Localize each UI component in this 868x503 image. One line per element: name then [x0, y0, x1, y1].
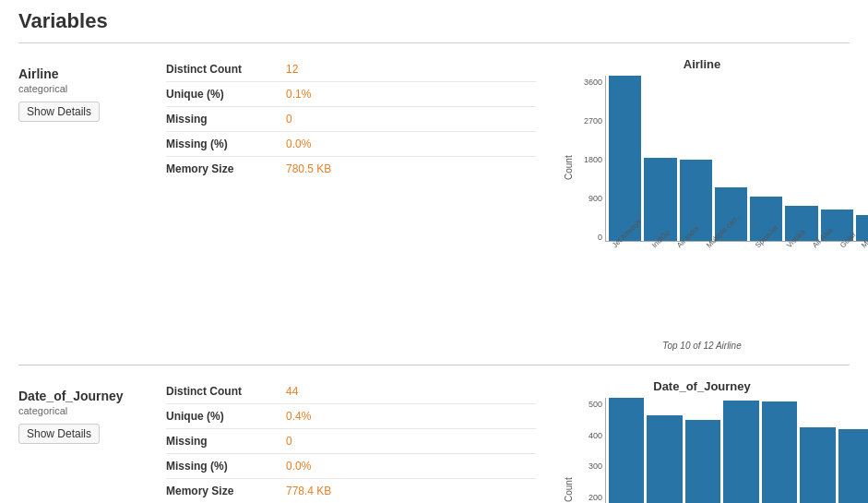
bar-column — [644, 76, 676, 241]
stat-row: Missing0 — [166, 429, 536, 454]
bar — [647, 415, 682, 503]
y-axis: 3600270018009000 — [576, 76, 605, 242]
y-axis-label: 3600 — [576, 78, 602, 87]
y-axis-label: 500 — [576, 400, 602, 409]
y-axis-label: 2700 — [576, 116, 602, 126]
stat-value: 0 — [286, 435, 292, 448]
bar — [723, 401, 758, 503]
stat-row: Missing0 — [166, 107, 536, 132]
stat-row: Distinct Count44 — [166, 379, 536, 404]
stat-row: Unique (%)0.4% — [166, 404, 536, 429]
x-labels-row: Jet AirwaysIndiGoAir IndiaMultiple carr.… — [576, 244, 868, 290]
y-axis-label: 200 — [576, 493, 602, 502]
stat-label: Distinct Count — [166, 385, 286, 398]
bar-column — [838, 398, 868, 503]
y-axis-label: 1800 — [576, 155, 602, 164]
stat-value: 12 — [286, 63, 298, 76]
stat-row: Missing (%)0.0% — [166, 132, 536, 157]
bar-column — [680, 76, 712, 241]
left-panel-airline: AirlinecategoricalShow Details — [18, 57, 148, 351]
y-axis-label: 300 — [576, 461, 602, 471]
stat-label: Distinct Count — [166, 63, 286, 76]
show-details-button-date-of-journey[interactable]: Show Details — [18, 424, 100, 444]
stat-row: Memory Size778.4 KB — [166, 479, 536, 503]
stat-value: 0 — [286, 113, 292, 126]
section-airline: AirlinecategoricalShow DetailsDistinct C… — [18, 42, 850, 365]
chart-title: Airline — [564, 57, 840, 71]
stat-label: Unique (%) — [166, 410, 286, 423]
bar-column — [723, 398, 758, 503]
y-axis: 5004003002001000 — [576, 398, 605, 503]
chart-title: Date_of_Journey — [564, 379, 840, 393]
stats-panel-airline: Distinct Count12Unique (%)0.1%Missing0Mi… — [148, 57, 554, 351]
bar-column — [821, 76, 853, 241]
stat-label: Missing (%) — [166, 460, 286, 473]
stats-panel-date-of-journey: Distinct Count44Unique (%)0.4%Missing0Mi… — [148, 379, 554, 503]
bar-column — [609, 398, 644, 503]
stat-row: Missing (%)0.0% — [166, 454, 536, 479]
stat-value: 0.0% — [286, 138, 311, 150]
y-axis-label: 900 — [576, 194, 602, 203]
stat-label: Memory Size — [166, 162, 286, 175]
bar-column — [856, 76, 868, 241]
bar — [685, 420, 720, 503]
bar-column — [647, 398, 682, 503]
var-name-date-of-journey: Date_of_Journey — [18, 389, 148, 403]
stat-label: Memory Size — [166, 485, 286, 497]
show-details-button-airline[interactable]: Show Details — [18, 102, 100, 122]
stat-row: Distinct Count12 — [166, 57, 536, 82]
var-type-date-of-journey: categorical — [18, 405, 148, 416]
y-axis-label: 0 — [576, 233, 602, 242]
bar-column — [800, 398, 835, 503]
section-date-of-journey: Date_of_JourneycategoricalShow DetailsDi… — [18, 365, 850, 503]
var-name-airline: Airline — [18, 66, 148, 81]
stat-value: 44 — [286, 385, 298, 398]
page-title: Variables — [18, 9, 850, 33]
bar-column — [785, 76, 817, 241]
bars-container — [605, 398, 868, 503]
stat-value: 0.0% — [286, 460, 311, 473]
bar-column — [762, 398, 797, 503]
stat-value: 0.4% — [286, 410, 311, 423]
chart-footer: Top 10 of 12 Airline — [564, 341, 840, 351]
var-type-airline: categorical — [18, 83, 148, 94]
stat-label: Missing — [166, 435, 286, 448]
bar — [800, 427, 835, 503]
y-axis-title: Count — [564, 76, 574, 260]
y-axis-label: 400 — [576, 431, 602, 440]
left-panel-date-of-journey: Date_of_JourneycategoricalShow Details — [18, 379, 148, 503]
y-axis-title: Count — [564, 398, 574, 503]
stat-row: Memory Size780.5 KB — [166, 157, 536, 181]
stat-label: Missing (%) — [166, 138, 286, 150]
bar — [609, 398, 644, 503]
chart-panel-date-of-journey: Date_of_JourneyCount500400300200100018/0… — [554, 379, 850, 503]
stat-label: Missing — [166, 113, 286, 126]
stat-value: 0.1% — [286, 88, 311, 101]
chart-panel-airline: AirlineCount3600270018009000Jet AirwaysI… — [554, 57, 850, 351]
stat-row: Unique (%)0.1% — [166, 82, 536, 107]
bar — [838, 429, 868, 503]
bar-column — [685, 398, 720, 503]
stat-label: Unique (%) — [166, 88, 286, 101]
stat-value: 778.4 KB — [286, 485, 331, 497]
bar — [762, 401, 797, 503]
stat-value: 780.5 KB — [286, 162, 331, 175]
bar-column — [750, 76, 782, 241]
